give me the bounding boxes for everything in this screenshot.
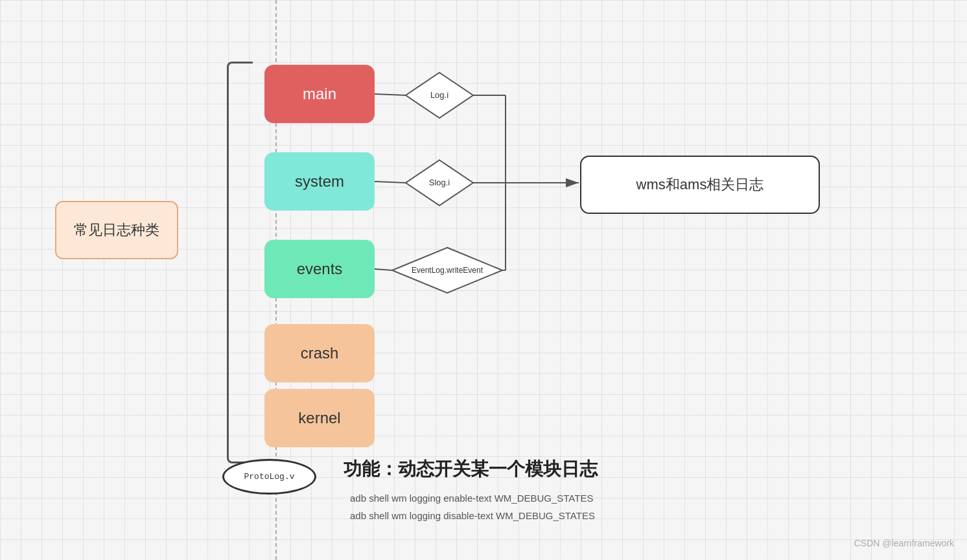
svg-line-8 bbox=[375, 269, 392, 270]
node-kernel: kernel bbox=[264, 389, 375, 447]
result-box-text: wms和ams相关日志 bbox=[636, 175, 764, 194]
bracket bbox=[227, 62, 253, 463]
bottom-commands: adb shell wm logging enable-text WM_DEBU… bbox=[350, 489, 595, 524]
node-system: system bbox=[264, 152, 375, 211]
svg-text:EventLog.writeEvent: EventLog.writeEvent bbox=[412, 266, 484, 275]
node-system-label: system bbox=[295, 172, 344, 191]
node-crash-label: crash bbox=[301, 344, 339, 362]
left-label-text: 常见日志种类 bbox=[74, 220, 159, 240]
node-events: events bbox=[264, 240, 375, 298]
svg-marker-2 bbox=[406, 160, 473, 205]
node-main-label: main bbox=[303, 85, 336, 103]
svg-text:Slog.i: Slog.i bbox=[429, 178, 450, 187]
node-kernel-label: kernel bbox=[298, 409, 340, 427]
svg-text:Log.i: Log.i bbox=[430, 90, 449, 100]
bottom-oval: ProtoLog.v bbox=[222, 459, 316, 495]
bottom-oval-text: ProtoLog.v bbox=[244, 472, 294, 482]
svg-line-6 bbox=[375, 94, 406, 95]
svg-marker-4 bbox=[392, 248, 502, 293]
node-main: main bbox=[264, 65, 375, 123]
svg-line-7 bbox=[375, 181, 406, 183]
node-events-label: events bbox=[297, 260, 343, 278]
node-crash: crash bbox=[264, 324, 375, 382]
command-line-2: adb shell wm logging disable-text WM_DEB… bbox=[350, 507, 595, 524]
bottom-title-text: 功能：动态开关某一个模块日志 bbox=[344, 459, 598, 479]
left-label-box: 常见日志种类 bbox=[55, 201, 178, 259]
bottom-title: 功能：动态开关某一个模块日志 bbox=[344, 457, 598, 482]
watermark: CSDN @learnframework bbox=[854, 538, 954, 548]
command-line-1: adb shell wm logging enable-text WM_DEBU… bbox=[350, 489, 595, 507]
svg-marker-0 bbox=[406, 73, 473, 118]
result-box: wms和ams相关日志 bbox=[580, 156, 820, 214]
